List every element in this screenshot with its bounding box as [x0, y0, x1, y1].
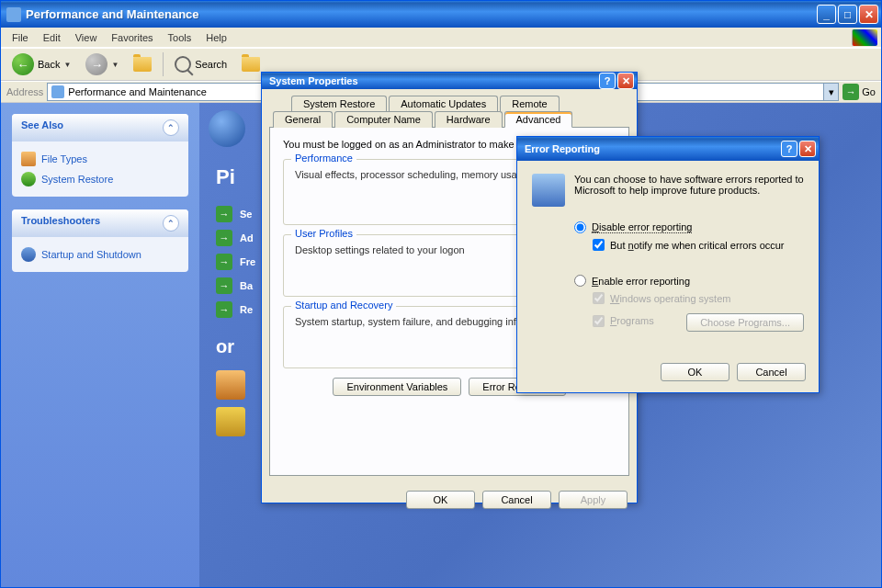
app-icon: [6, 7, 21, 22]
close-button[interactable]: ✕: [859, 5, 878, 24]
collapse-icon[interactable]: ⌃: [163, 215, 179, 232]
folders-icon: [242, 57, 260, 72]
menubar: File Edit View Favorites Tools Help: [1, 28, 881, 48]
category-icon: [209, 110, 245, 147]
system-restore-label: System Restore: [41, 174, 113, 185]
search-button[interactable]: Search: [169, 53, 232, 75]
forward-arrow-icon: →: [85, 53, 107, 75]
close-button[interactable]: ✕: [799, 141, 816, 157]
system-restore-link[interactable]: System Restore: [21, 169, 179, 189]
dialog-title: Error Reporting: [525, 143, 781, 154]
titlebar[interactable]: Performance and Maintenance _ □ ✕: [1, 1, 881, 28]
menu-view[interactable]: View: [68, 30, 105, 45]
tab-system-restore[interactable]: System Restore: [291, 96, 387, 111]
file-types-link[interactable]: File Types: [21, 149, 179, 169]
back-arrow-icon: ←: [12, 53, 34, 75]
collapse-icon[interactable]: ⌃: [163, 119, 179, 136]
disable-error-reporting-option[interactable]: Disable error reporting: [574, 221, 804, 233]
performance-legend: Performance: [291, 153, 356, 164]
task-label: Ba: [240, 280, 253, 291]
tab-remote[interactable]: Remote: [500, 96, 560, 111]
search-icon: [175, 56, 191, 73]
dialog-title: System Properties: [269, 75, 599, 86]
close-button[interactable]: ✕: [617, 73, 634, 89]
see-also-title: See Also: [21, 119, 63, 136]
environment-variables-button[interactable]: Environment Variables: [333, 378, 461, 396]
ok-button[interactable]: OK: [406, 491, 475, 509]
startup-shutdown-link[interactable]: Startup and Shutdown: [21, 244, 179, 265]
address-dropdown-icon[interactable]: ▾: [823, 84, 838, 100]
back-button[interactable]: ← Back ▼: [6, 51, 76, 78]
cancel-button[interactable]: Cancel: [737, 363, 806, 381]
task-arrow-icon: →: [216, 254, 232, 270]
windows-os-option: Windows operating system: [593, 292, 804, 304]
task-arrow-icon: →: [216, 277, 232, 294]
tab-advanced[interactable]: Advanced: [504, 111, 573, 128]
help-button[interactable]: ?: [781, 141, 797, 157]
startup-recovery-legend: Startup and Recovery: [291, 300, 396, 311]
notify-checkbox[interactable]: [593, 239, 605, 251]
menu-tools[interactable]: Tools: [161, 30, 199, 45]
notify-label: But notify me when critical errors occur: [610, 240, 785, 251]
error-report-icon: [532, 174, 565, 207]
task-arrow-icon: →: [216, 301, 232, 318]
user-profiles-legend: User Profiles: [291, 228, 356, 239]
help-button[interactable]: ?: [599, 73, 616, 89]
menu-help[interactable]: Help: [198, 30, 234, 45]
dialog-titlebar[interactable]: Error Reporting ? ✕: [517, 137, 819, 161]
menu-file[interactable]: File: [5, 30, 36, 45]
tab-general[interactable]: General: [273, 111, 333, 128]
startup-shutdown-label: Startup and Shutdown: [41, 249, 141, 260]
ok-button[interactable]: OK: [661, 363, 729, 381]
disable-label: Disable error reporting: [592, 221, 692, 233]
forward-button[interactable]: → ▼: [80, 51, 124, 78]
troubleshooters-panel: Troubleshooters ⌃ Startup and Shutdown: [12, 209, 188, 272]
address-label: Address: [6, 86, 43, 97]
enable-radio[interactable]: [574, 275, 586, 287]
error-reporting-dialog: Error Reporting ? ✕ You can choose to ha…: [516, 136, 820, 393]
up-button[interactable]: [128, 54, 157, 74]
address-icon: [51, 85, 64, 98]
window-title: Performance and Maintenance: [26, 7, 817, 21]
task-label: Se: [240, 209, 252, 220]
task-label: Fre: [240, 256, 255, 267]
file-types-icon: [21, 152, 36, 166]
minimize-button[interactable]: _: [817, 5, 836, 24]
tab-computer-name[interactable]: Computer Name: [334, 111, 433, 128]
back-label: Back: [38, 59, 60, 70]
tab-automatic-updates[interactable]: Automatic Updates: [389, 96, 498, 111]
sidebar: See Also ⌃ File Types System Restore: [1, 103, 199, 587]
menu-edit[interactable]: Edit: [36, 30, 68, 45]
troubleshooters-title: Troubleshooters: [21, 215, 100, 232]
control-panel-icon[interactable]: [216, 370, 245, 400]
enable-label: Enable error reporting: [592, 276, 690, 287]
go-label: Go: [862, 86, 876, 97]
task-label: Re: [240, 304, 253, 315]
search-label: Search: [195, 59, 227, 70]
control-panel-icon[interactable]: [216, 407, 245, 436]
tab-hardware[interactable]: Hardware: [435, 111, 503, 128]
windows-os-label: Windows operating system: [610, 293, 730, 304]
task-label: Ad: [240, 232, 254, 243]
enable-error-reporting-option[interactable]: Enable error reporting: [574, 275, 804, 287]
notify-critical-option[interactable]: But notify me when critical errors occur: [593, 239, 804, 251]
address-value: Performance and Maintenance: [68, 86, 206, 97]
apply-button[interactable]: Apply: [559, 491, 628, 509]
dialog-titlebar[interactable]: System Properties ? ✕: [262, 73, 637, 89]
menu-favorites[interactable]: Favorites: [104, 30, 160, 45]
file-types-label: File Types: [41, 153, 87, 164]
cancel-button[interactable]: Cancel: [482, 491, 551, 509]
forward-dropdown-icon[interactable]: ▼: [111, 61, 119, 69]
disable-radio[interactable]: [574, 221, 586, 233]
programs-option: Programs Choose Programs...: [593, 310, 804, 332]
up-folder-icon: [133, 57, 152, 72]
windows-os-checkbox: [593, 292, 605, 304]
maximize-button[interactable]: □: [838, 5, 857, 24]
back-dropdown-icon[interactable]: ▼: [63, 61, 71, 69]
system-restore-icon: [21, 172, 36, 187]
go-button[interactable]: → Go: [842, 84, 876, 100]
windows-logo-icon: [852, 29, 877, 46]
error-intro-text: You can choose to have software errors r…: [574, 174, 804, 207]
programs-checkbox: [593, 315, 605, 327]
choose-programs-button: Choose Programs...: [686, 313, 804, 332]
